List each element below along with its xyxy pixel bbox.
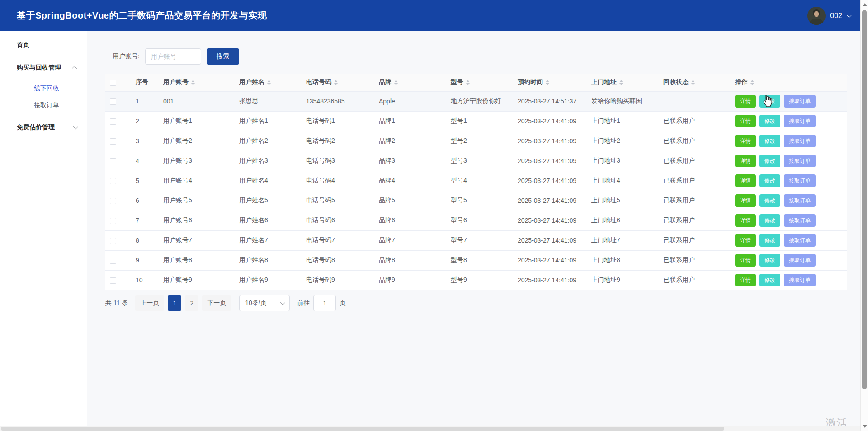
sort-desc-icon[interactable] [619, 83, 623, 85]
sort-asc-icon[interactable] [750, 80, 754, 82]
sidebar-item-purchase-recycle-management[interactable]: 购买与回收管理 [0, 56, 87, 79]
row-action-take-order-button[interactable]: 接取订单 [784, 174, 816, 187]
row-action-take-order-button[interactable]: 接取订单 [784, 254, 816, 267]
row-action-detail-button[interactable]: 详情 [735, 274, 756, 286]
row-action-take-order-button[interactable]: 接取订单 [784, 274, 816, 286]
sort-icon[interactable] [619, 80, 623, 85]
column-header-account[interactable]: 用户账号 [159, 74, 235, 91]
sort-desc-icon[interactable] [750, 83, 754, 85]
horizontal-scrollbar-thumb[interactable] [1, 427, 724, 431]
sort-asc-icon[interactable] [334, 80, 338, 82]
row-checkbox[interactable] [110, 118, 116, 125]
row-action-edit-button[interactable]: 修改 [760, 214, 780, 227]
sort-icon[interactable] [267, 80, 271, 85]
sort-icon[interactable] [750, 80, 754, 85]
row-action-detail-button[interactable]: 详情 [735, 234, 756, 247]
sort-icon[interactable] [691, 80, 695, 85]
sort-desc-icon[interactable] [466, 83, 470, 85]
sort-asc-icon[interactable] [267, 80, 271, 82]
pagination: 共 11 条 上一页 12 下一页 10条/页 前往 页 [105, 295, 346, 311]
row-action-edit-button[interactable]: 修改 [760, 254, 780, 267]
sort-icon[interactable] [466, 80, 470, 85]
row-action-detail-button[interactable]: 详情 [735, 254, 756, 267]
sort-icon[interactable] [546, 80, 549, 85]
page-button-1[interactable]: 1 [168, 295, 181, 311]
row-action-detail-button[interactable]: 详情 [735, 194, 756, 207]
column-header-actions[interactable]: 操作 [731, 74, 847, 91]
row-checkbox[interactable] [110, 178, 116, 184]
sort-desc-icon[interactable] [334, 83, 338, 85]
search-button[interactable]: 搜索 [207, 48, 239, 65]
row-checkbox[interactable] [110, 277, 116, 284]
vertical-scrollbar[interactable] [860, 0, 868, 431]
prev-page-button[interactable]: 上一页 [135, 295, 164, 311]
row-action-detail-button[interactable]: 详情 [735, 214, 756, 227]
table-header-row: 序号用户账号用户姓名电话号码品牌型号预约时间上门地址回收状态操作 [105, 74, 847, 91]
row-action-take-order-button[interactable]: 接取订单 [784, 214, 816, 227]
sidebar-item-offline-recycle[interactable]: 线下回收 [0, 80, 87, 97]
sort-asc-icon[interactable] [394, 80, 398, 82]
page-size-select[interactable]: 10条/页 [239, 295, 290, 311]
row-action-detail-button[interactable]: 详情 [735, 115, 756, 127]
row-action-take-order-button[interactable]: 接取订单 [784, 115, 816, 127]
row-action-take-order-button[interactable]: 接取订单 [784, 234, 816, 247]
sort-desc-icon[interactable] [546, 83, 549, 85]
row-action-edit-button[interactable]: 修改 [760, 194, 780, 207]
row-action-edit-button[interactable]: 修改 [760, 95, 780, 108]
row-checkbox[interactable] [110, 198, 116, 204]
row-action-edit-button[interactable]: 修改 [760, 174, 780, 187]
column-header-name[interactable]: 用户姓名 [235, 74, 302, 91]
row-action-detail-button[interactable]: 详情 [735, 95, 756, 108]
row-checkbox[interactable] [110, 138, 116, 145]
sort-desc-icon[interactable] [191, 83, 195, 85]
column-header-phone[interactable]: 电话号码 [302, 74, 374, 91]
sort-desc-icon[interactable] [691, 83, 695, 85]
row-action-edit-button[interactable]: 修改 [760, 115, 780, 127]
sort-asc-icon[interactable] [191, 80, 195, 82]
horizontal-scrollbar[interactable] [0, 426, 860, 431]
next-page-button[interactable]: 下一页 [202, 295, 231, 311]
sort-asc-icon[interactable] [691, 80, 695, 82]
row-checkbox[interactable] [110, 238, 116, 244]
row-checkbox[interactable] [110, 158, 116, 164]
row-action-edit-button[interactable]: 修改 [760, 274, 780, 286]
search-input[interactable] [145, 48, 201, 65]
column-header-model[interactable]: 型号 [446, 74, 513, 91]
row-action-detail-button[interactable]: 详情 [735, 135, 756, 147]
goto-page-input[interactable] [313, 295, 336, 311]
vertical-scrollbar-thumb[interactable] [862, 10, 867, 389]
sort-asc-icon[interactable] [619, 80, 623, 82]
row-action-take-order-button[interactable]: 接取订单 [784, 155, 816, 167]
sidebar-item-take-orders[interactable]: 接取订单 [0, 97, 87, 113]
sort-icon[interactable] [394, 80, 398, 85]
row-action-detail-button[interactable]: 详情 [735, 155, 756, 167]
sort-icon[interactable] [334, 80, 338, 85]
sidebar-item-free-valuation-management[interactable]: 免费估价管理 [0, 116, 87, 139]
row-checkbox[interactable] [110, 258, 116, 264]
row-action-edit-button[interactable]: 修改 [760, 155, 780, 167]
scroll-down-arrow-icon[interactable] [863, 425, 867, 428]
avatar[interactable] [807, 7, 826, 25]
column-header-address[interactable]: 上门地址 [587, 74, 659, 91]
column-header-time[interactable]: 预约时间 [513, 74, 587, 91]
sort-desc-icon[interactable] [267, 83, 271, 85]
row-action-take-order-button[interactable]: 接取订单 [784, 95, 816, 108]
row-action-edit-button[interactable]: 修改 [760, 234, 780, 247]
row-checkbox[interactable] [110, 218, 116, 224]
sidebar-item-home[interactable]: 首页 [0, 34, 87, 56]
select-all-checkbox[interactable] [110, 80, 116, 86]
user-menu[interactable]: 002 [807, 7, 850, 25]
row-checkbox[interactable] [110, 98, 116, 105]
page-button-2[interactable]: 2 [185, 295, 198, 311]
row-action-take-order-button[interactable]: 接取订单 [784, 135, 816, 147]
column-header-status[interactable]: 回收状态 [659, 74, 731, 91]
sort-asc-icon[interactable] [466, 80, 470, 82]
sort-icon[interactable] [191, 80, 195, 85]
sort-asc-icon[interactable] [546, 80, 549, 82]
row-action-detail-button[interactable]: 详情 [735, 174, 756, 187]
scroll-up-arrow-icon[interactable] [863, 3, 867, 6]
row-action-edit-button[interactable]: 修改 [760, 135, 780, 147]
column-header-brand[interactable]: 品牌 [374, 74, 446, 91]
row-action-take-order-button[interactable]: 接取订单 [784, 194, 816, 207]
sort-desc-icon[interactable] [394, 83, 398, 85]
